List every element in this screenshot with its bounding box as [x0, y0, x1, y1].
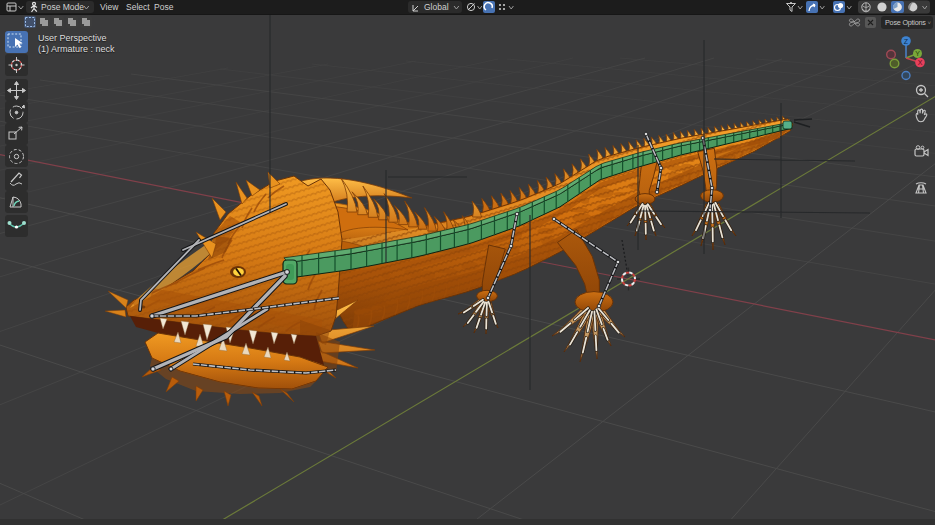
svg-text:X: X [918, 59, 923, 66]
svg-text:Y: Y [915, 50, 920, 57]
svg-text:Z: Z [904, 38, 909, 45]
